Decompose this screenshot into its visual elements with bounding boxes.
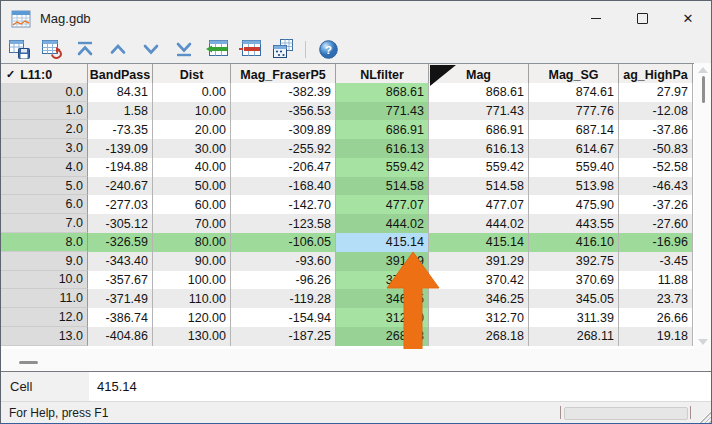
table-cell[interactable]: 771.43 [336,102,429,121]
table-cell[interactable]: -46.43 [619,177,693,196]
table-cell[interactable]: 268.18 [336,327,429,346]
close-button[interactable]: ✕ [665,1,711,36]
table-cell[interactable]: 443.55 [529,214,619,233]
table-cell[interactable]: -52.58 [619,158,693,177]
table-cell[interactable]: 391.29 [429,252,529,271]
table-cell[interactable]: 392.75 [529,252,619,271]
table-cell[interactable]: -305.12 [88,214,153,233]
split-window-button[interactable] [271,38,295,60]
table-cell[interactable]: 370.69 [529,271,619,290]
table-cell[interactable]: -142.70 [231,195,336,214]
row-header[interactable]: 6.0 [1,195,88,214]
table-cell[interactable]: 415.14 [336,233,429,252]
row-header[interactable]: 12.0 [1,308,88,327]
table-cell[interactable]: -168.40 [231,177,336,196]
table-cell[interactable]: -73.35 [88,120,153,139]
row-header[interactable]: 4.0 [1,158,88,177]
table-cell[interactable]: 50.00 [153,177,231,196]
table-cell[interactable]: -96.26 [231,271,336,290]
table-cell[interactable]: 26.66 [619,308,693,327]
table-cell[interactable]: 11.88 [619,271,693,290]
row-header[interactable]: 8.0 [1,233,88,252]
table-cell[interactable]: 444.02 [429,214,529,233]
table-cell[interactable]: -37.26 [619,195,693,214]
table-cell[interactable]: 27.97 [619,83,693,102]
table-cell[interactable]: 40.00 [153,158,231,177]
table-cell[interactable]: 130.00 [153,327,231,346]
table-cell[interactable]: 686.91 [336,120,429,139]
resize-grip-icon[interactable] [698,409,712,423]
table-cell[interactable]: 514.58 [336,177,429,196]
save-database-button[interactable] [7,38,31,60]
cell-value-input[interactable]: 415.14 [89,372,712,401]
table-cell[interactable]: 477.07 [429,195,529,214]
table-cell[interactable]: 60.00 [153,195,231,214]
table-cell[interactable]: -37.86 [619,120,693,139]
table-cell[interactable]: 1.58 [88,102,153,121]
table-cell[interactable]: 19.18 [619,327,693,346]
table-cell[interactable]: 686.91 [429,120,529,139]
table-cell[interactable]: 391.29 [336,252,429,271]
last-line-button[interactable] [172,38,196,60]
refresh-database-button[interactable] [40,38,64,60]
table-cell[interactable]: 477.07 [336,195,429,214]
row-header[interactable]: 10.0 [1,271,88,290]
help-button[interactable]: ? [316,38,340,60]
table-cell[interactable]: -356.53 [231,102,336,121]
table-cell[interactable]: 84.31 [88,83,153,102]
table-cell[interactable]: 312.70 [336,308,429,327]
vertical-scrollbar[interactable] [694,63,712,349]
table-cell[interactable]: 346.25 [429,289,529,308]
table-cell[interactable]: -357.67 [88,271,153,290]
table-cell[interactable]: -119.28 [231,289,336,308]
table-cell[interactable]: 475.90 [529,195,619,214]
table-cell[interactable]: 687.14 [529,120,619,139]
table-cell[interactable]: 559.42 [429,158,529,177]
table-cell[interactable]: -106.05 [231,233,336,252]
table-cell[interactable]: 0.00 [153,83,231,102]
horizontal-scroll-thumb[interactable] [19,361,38,364]
table-cell[interactable]: 345.05 [529,289,619,308]
table-cell[interactable]: 80.00 [153,233,231,252]
table-cell[interactable]: -277.03 [88,195,153,214]
table-cell[interactable]: -255.92 [231,139,336,158]
table-cell[interactable]: 90.00 [153,252,231,271]
table-cell[interactable]: -386.74 [88,308,153,327]
table-cell[interactable]: -50.83 [619,139,693,158]
table-cell[interactable]: 30.00 [153,139,231,158]
table-cell[interactable]: -16.96 [619,233,693,252]
vertical-scroll-thumb[interactable] [702,76,705,103]
table-cell[interactable]: -309.89 [231,120,336,139]
first-line-button[interactable] [73,38,97,60]
table-cell[interactable]: 513.98 [529,177,619,196]
table-cell[interactable]: 415.14 [429,233,529,252]
table-cell[interactable]: -404.86 [88,327,153,346]
table-cell[interactable]: -139.09 [88,139,153,158]
row-header[interactable]: 13.0 [1,327,88,346]
row-header[interactable]: 7.0 [1,214,88,233]
table-cell[interactable]: 268.18 [429,327,529,346]
table-cell[interactable]: -206.47 [231,158,336,177]
minimize-button[interactable] [573,1,619,36]
table-cell[interactable]: 416.10 [529,233,619,252]
table-cell[interactable]: 70.00 [153,214,231,233]
table-cell[interactable]: -154.94 [231,308,336,327]
table-cell[interactable]: 559.42 [336,158,429,177]
table-cell[interactable]: 110.00 [153,289,231,308]
table-cell[interactable]: 616.13 [429,139,529,158]
table-cell[interactable]: 311.39 [529,308,619,327]
delete-line-button[interactable] [238,38,262,60]
table-cell[interactable]: 777.76 [529,102,619,121]
row-header[interactable]: 5.0 [1,177,88,196]
table-cell[interactable]: 614.67 [529,139,619,158]
table-cell[interactable]: -187.25 [231,327,336,346]
scroll-down-icon[interactable] [698,339,708,345]
table-cell[interactable]: 10.00 [153,102,231,121]
table-cell[interactable]: -12.08 [619,102,693,121]
table-cell[interactable]: 268.11 [529,327,619,346]
scroll-up-icon[interactable] [698,67,708,73]
table-cell[interactable]: -93.60 [231,252,336,271]
table-cell[interactable]: -240.67 [88,177,153,196]
row-header[interactable]: 2.0 [1,120,88,139]
maximize-button[interactable] [619,1,665,36]
